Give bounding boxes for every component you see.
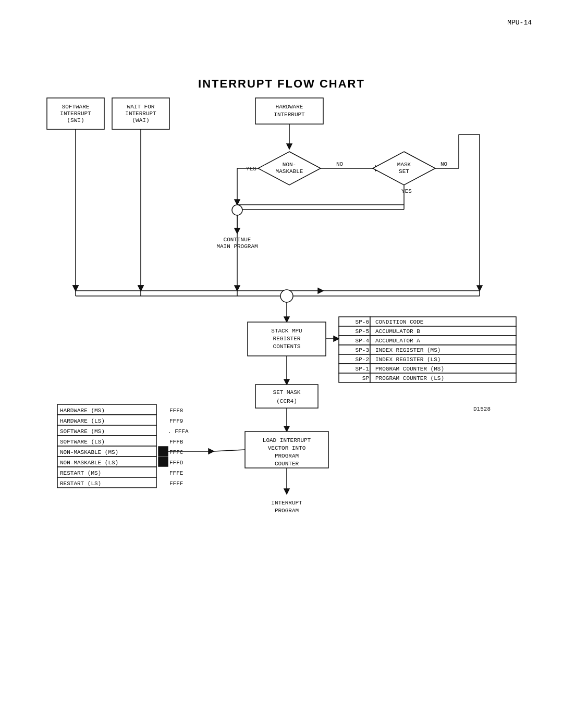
svg-text:FFFC: FFFC bbox=[169, 449, 183, 455]
arrow-main-down bbox=[284, 317, 289, 322]
arrow-right-join bbox=[318, 288, 323, 293]
arrow-yes-down bbox=[235, 200, 240, 205]
svg-text:HARDWARE  (LS): HARDWARE (LS) bbox=[60, 418, 105, 424]
svg-text:RESTART  (LS): RESTART (LS) bbox=[60, 480, 101, 487]
svg-text:NON-MASKABLE (LS): NON-MASKABLE (LS) bbox=[60, 460, 118, 466]
svg-text:VECTOR INTO: VECTOR INTO bbox=[268, 445, 306, 451]
continue-junction bbox=[232, 205, 242, 215]
page-number: MPU-14 bbox=[507, 19, 532, 27]
arrow-hw-down bbox=[287, 144, 292, 149]
svg-text:INTERRUPT: INTERRUPT bbox=[60, 110, 91, 117]
svg-text:SET: SET bbox=[399, 168, 409, 175]
main-join-circle bbox=[280, 290, 293, 302]
svg-text:INDEX REGISTER (MS): INDEX REGISTER (MS) bbox=[375, 347, 440, 353]
svg-text:NON-: NON- bbox=[283, 162, 296, 168]
set-mask-box bbox=[255, 385, 318, 408]
svg-line-90 bbox=[214, 450, 245, 451]
svg-text:FFF9: FFF9 bbox=[169, 418, 183, 424]
svg-text:HARDWARE  (MS): HARDWARE (MS) bbox=[60, 408, 105, 414]
svg-text:FFFF: FFFF bbox=[169, 480, 183, 487]
chart-title: INTERRUPT FLOW CHART bbox=[0, 77, 563, 91]
svg-text:PROGRAM: PROGRAM bbox=[275, 508, 299, 514]
software-interrupt-label: SOFTWARE bbox=[62, 104, 90, 110]
arrow-to-registers bbox=[334, 336, 339, 341]
no-label-2: NO bbox=[440, 161, 448, 167]
svg-text:. FFFA: . FFFA bbox=[168, 428, 189, 435]
svg-text:ACCUMULATOR B: ACCUMULATOR B bbox=[375, 328, 420, 335]
svg-text:SP-2: SP-2 bbox=[356, 356, 369, 363]
svg-text:FFFD: FFFD bbox=[169, 460, 183, 466]
svg-text:FFFB: FFFB bbox=[169, 439, 183, 445]
svg-text:REGISTER: REGISTER bbox=[273, 336, 301, 342]
svg-text:ACCUMULATOR A: ACCUMULATOR A bbox=[375, 338, 420, 344]
svg-text:(SWI): (SWI) bbox=[67, 117, 84, 124]
svg-text:SP-5: SP-5 bbox=[356, 328, 369, 335]
svg-text:FFF8: FFF8 bbox=[169, 408, 183, 414]
no-label-1: NO bbox=[336, 161, 344, 167]
svg-text:RESTART  (MS): RESTART (MS) bbox=[60, 470, 101, 476]
svg-text:(WAI): (WAI) bbox=[132, 117, 149, 124]
svg-text:MASKABLE: MASKABLE bbox=[276, 168, 303, 175]
diagram-id: D1528 bbox=[473, 406, 491, 412]
svg-text:INTERRUPT: INTERRUPT bbox=[274, 112, 305, 118]
marker-fffc bbox=[158, 447, 168, 456]
stack-mpu-label: STACK MPU bbox=[271, 328, 302, 334]
svg-text:PROGRAM: PROGRAM bbox=[275, 453, 299, 459]
yes-label-1: YES bbox=[246, 166, 256, 172]
svg-text:NON-MASKABLE (MS): NON-MASKABLE (MS) bbox=[60, 449, 118, 455]
set-mask-label: SET MASK bbox=[273, 389, 301, 396]
marker-fffd bbox=[158, 457, 168, 466]
arrow-stack-down bbox=[284, 379, 289, 385]
flowchart: SOFTWARE INTERRUPT (SWI) WAIT FOR INTERR… bbox=[31, 93, 532, 666]
svg-text:SP-3: SP-3 bbox=[356, 347, 369, 353]
svg-text:SP: SP bbox=[362, 375, 370, 381]
hardware-interrupt-label: HARDWARE bbox=[276, 104, 303, 110]
svg-text:SOFTWARE  (LS): SOFTWARE (LS) bbox=[60, 439, 105, 445]
svg-text:SP-4: SP-4 bbox=[356, 338, 370, 344]
arrow-setmask-down bbox=[284, 426, 289, 431]
svg-text:SP-6: SP-6 bbox=[356, 319, 369, 325]
wait-interrupt-label: WAIT FOR bbox=[127, 104, 155, 110]
yes-label-2: YES bbox=[401, 188, 412, 194]
svg-text:INDEX REGISTER (LS): INDEX REGISTER (LS) bbox=[375, 356, 440, 363]
svg-marker-93 bbox=[73, 286, 78, 291]
svg-text:MASK: MASK bbox=[397, 162, 411, 168]
svg-text:INTERRUPT: INTERRUPT bbox=[125, 110, 156, 117]
arrow-load-down bbox=[284, 489, 289, 494]
svg-marker-96 bbox=[477, 286, 482, 291]
svg-text:COUNTER: COUNTER bbox=[275, 461, 299, 467]
load-interrupt-label: LOAD INTERRUPT bbox=[263, 437, 311, 443]
svg-text:(CCR4): (CCR4) bbox=[276, 398, 297, 404]
svg-text:PROGRAM COUNTER (MS): PROGRAM COUNTER (MS) bbox=[375, 366, 444, 372]
svg-text:SP-1: SP-1 bbox=[356, 366, 370, 372]
svg-text:CONDITION CODE: CONDITION CODE bbox=[375, 319, 424, 325]
svg-text:PROGRAM COUNTER (LS): PROGRAM COUNTER (LS) bbox=[375, 375, 444, 381]
svg-marker-94 bbox=[138, 286, 143, 291]
svg-text:FFFE: FFFE bbox=[169, 470, 183, 476]
interrupt-program-label: INTERRUPT bbox=[271, 500, 302, 506]
arrow-mem-to-load bbox=[209, 449, 214, 454]
svg-marker-95 bbox=[235, 286, 240, 291]
svg-text:CONTENTS: CONTENTS bbox=[273, 343, 301, 350]
hardware-interrupt-box bbox=[255, 98, 323, 124]
svg-text:SOFTWARE  (MS): SOFTWARE (MS) bbox=[60, 428, 105, 435]
